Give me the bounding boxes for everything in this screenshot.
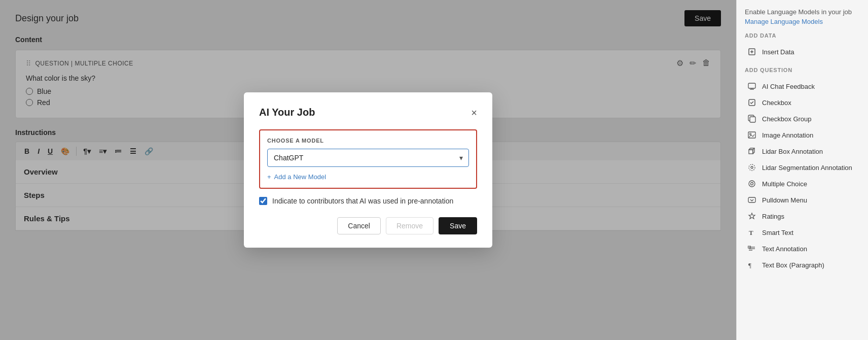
sidebar-item-pulldown[interactable]: Pulldown Menu — [745, 192, 860, 208]
model-select-section: CHOOSE A MODEL ChatGPT GPT-4 Claude Gemi… — [259, 129, 477, 189]
lidar-seg-icon — [747, 162, 757, 173]
remove-button: Remove — [386, 217, 433, 234]
modal-title: AI Your Job — [259, 107, 315, 118]
checkbox-group-label: Checkbox Group — [762, 115, 812, 123]
modal-header: AI Your Job × — [259, 107, 477, 118]
image-annotation-label: Image Annotation — [762, 131, 813, 139]
manage-language-models-link[interactable]: Manage Language Models — [745, 18, 860, 25]
svg-rect-19 — [748, 197, 755, 202]
ai-indicator-row: Indicate to contributors that AI was use… — [259, 197, 477, 205]
sidebar-item-smart-text[interactable]: T Smart Text — [745, 224, 860, 241]
sidebar-item-text-annotation[interactable]: Text Annotation — [745, 241, 860, 257]
choose-model-label: CHOOSE A MODEL — [267, 138, 469, 144]
pulldown-icon — [747, 195, 757, 205]
modal-overlay[interactable]: AI Your Job × CHOOSE A MODEL ChatGPT GPT… — [0, 0, 736, 340]
text-annotation-label: Text Annotation — [762, 245, 807, 253]
sidebar-item-multiple-choice[interactable]: Multiple Choice — [745, 176, 860, 192]
checkbox-group-icon — [747, 114, 757, 124]
text-annotation-icon — [747, 244, 757, 254]
text-box-paragraph-icon: ¶ — [747, 260, 757, 270]
sidebar-item-image-annotation[interactable]: Image Annotation — [745, 127, 860, 143]
checkbox-icon — [747, 97, 757, 108]
plus-icon: + — [267, 173, 271, 181]
multiple-choice-icon — [747, 179, 757, 189]
svg-text:¶: ¶ — [748, 261, 751, 269]
lidar-seg-label: Lidar Segmentation Annotation — [762, 164, 852, 172]
sidebar-item-lidar-box[interactable]: Lidar Box Annotation — [745, 143, 860, 159]
text-box-paragraph-label: Text Box (Paragraph) — [762, 261, 824, 269]
enable-lm-text: Enable Language Models in your job — [745, 8, 860, 16]
svg-marker-20 — [749, 213, 755, 219]
sidebar-item-text-box-paragraph[interactable]: ¶ Text Box (Paragraph) — [745, 257, 860, 273]
pulldown-label: Pulldown Menu — [762, 196, 807, 204]
svg-point-17 — [749, 181, 755, 187]
insert-data-label: Insert Data — [762, 48, 794, 56]
sidebar-item-insert-data[interactable]: Insert Data — [745, 44, 860, 60]
ai-chat-feedback-label: AI Chat Feedback — [762, 83, 815, 90]
smart-text-label: Smart Text — [762, 229, 793, 236]
ratings-icon — [747, 211, 757, 221]
ai-chat-feedback-icon — [747, 81, 757, 91]
add-question-section-title: ADD QUESTION — [745, 67, 860, 73]
svg-text:T: T — [749, 229, 753, 236]
insert-data-icon — [747, 47, 757, 57]
lidar-box-icon — [747, 146, 757, 156]
sidebar-item-ai-chat-feedback[interactable]: AI Chat Feedback — [745, 78, 860, 94]
checkbox-label: Checkbox — [762, 99, 791, 107]
save-button[interactable]: Save — [439, 217, 477, 234]
ai-your-job-modal: AI Your Job × CHOOSE A MODEL ChatGPT GPT… — [244, 92, 492, 248]
modal-actions: Cancel Remove Save — [259, 217, 477, 234]
ratings-label: Ratings — [762, 213, 784, 220]
svg-rect-8 — [750, 117, 755, 122]
svg-point-16 — [751, 166, 753, 168]
ai-indicator-checkbox[interactable] — [259, 197, 267, 205]
image-annotation-icon — [747, 130, 757, 140]
lidar-box-label: Lidar Box Annotation — [762, 148, 823, 155]
smart-text-icon: T — [747, 227, 757, 237]
add-model-link[interactable]: + Add a New Model — [267, 173, 469, 181]
svg-point-15 — [749, 164, 755, 171]
main-content: Design your job Save Content ⠿ QUESTION … — [0, 0, 736, 340]
right-sidebar: Enable Language Models in your job Manag… — [736, 0, 868, 340]
modal-close-button[interactable]: × — [471, 108, 477, 118]
svg-rect-3 — [748, 83, 755, 88]
sidebar-item-checkbox[interactable]: Checkbox — [745, 94, 860, 111]
add-data-section-title: ADD DATA — [745, 32, 860, 39]
cancel-button[interactable]: Cancel — [337, 217, 381, 234]
model-dropdown-wrapper: ChatGPT GPT-4 Claude Gemini ▾ — [267, 149, 469, 167]
sidebar-item-lidar-seg[interactable]: Lidar Segmentation Annotation — [745, 159, 860, 176]
ai-indicator-label: Indicate to contributors that AI was use… — [272, 197, 453, 205]
multiple-choice-label: Multiple Choice — [762, 180, 807, 188]
svg-point-18 — [751, 183, 753, 185]
sidebar-item-checkbox-group[interactable]: Checkbox Group — [745, 111, 860, 127]
sidebar-item-ratings[interactable]: Ratings — [745, 208, 860, 224]
svg-point-10 — [750, 133, 751, 135]
svg-rect-11 — [749, 150, 753, 154]
model-dropdown[interactable]: ChatGPT GPT-4 Claude Gemini — [267, 149, 469, 167]
